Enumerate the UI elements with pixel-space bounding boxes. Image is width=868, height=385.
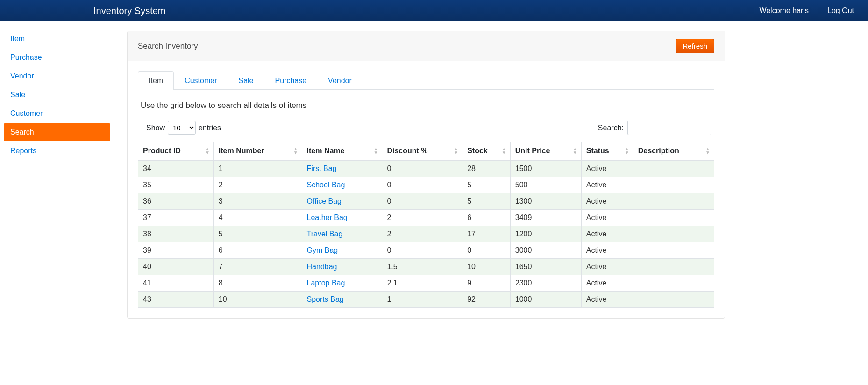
- grid-hint-text: Use the grid below to search all details…: [141, 101, 714, 110]
- logout-link[interactable]: Log Out: [827, 7, 854, 15]
- table-cell: 1200: [510, 226, 581, 242]
- table-search: Search:: [598, 121, 711, 135]
- table-cell: 2: [382, 210, 462, 226]
- table-cell: Office Bag: [302, 193, 382, 210]
- table-cell: 8: [213, 275, 302, 292]
- table-cell: 36: [138, 193, 214, 210]
- col-header[interactable]: Item Number▲▼: [213, 142, 302, 161]
- topbar-right: Welcome haris | Log Out: [759, 7, 854, 15]
- table-cell: 0: [382, 177, 462, 193]
- table-header-row: Product ID▲▼Item Number▲▼Item Name▲▼Disc…: [138, 142, 714, 161]
- table-cell: Handbag: [302, 259, 382, 275]
- table-cell: 1500: [510, 160, 581, 177]
- welcome-user-link[interactable]: Welcome haris: [759, 7, 809, 15]
- table-cell: 1650: [510, 259, 581, 275]
- sidebar-item-purchase[interactable]: Purchase: [4, 49, 110, 66]
- table-cell: 5: [462, 193, 511, 210]
- item-name-link[interactable]: Travel Bag: [307, 230, 343, 238]
- table-cell: 37: [138, 210, 214, 226]
- page-size-select[interactable]: 102550100: [168, 121, 196, 135]
- table-cell: 6: [462, 210, 511, 226]
- table-cell: 1: [382, 292, 462, 308]
- col-header[interactable]: Stock▲▼: [462, 142, 511, 161]
- table-cell: 6: [213, 242, 302, 259]
- table-cell: 7: [213, 259, 302, 275]
- table-cell: 10: [213, 292, 302, 308]
- app-title: Inventory System: [93, 6, 166, 16]
- table-cell: Active: [581, 259, 633, 275]
- item-name-link[interactable]: First Bag: [307, 164, 337, 172]
- table-cell: 2: [213, 177, 302, 193]
- search-input[interactable]: [627, 121, 711, 135]
- table-cell: [633, 242, 714, 259]
- table-cell: 34: [138, 160, 214, 177]
- sidebar-item-search[interactable]: Search: [4, 123, 110, 141]
- col-header[interactable]: Unit Price▲▼: [510, 142, 581, 161]
- table-cell: Active: [581, 275, 633, 292]
- entries-label: entries: [199, 124, 221, 132]
- tab-sale[interactable]: Sale: [228, 71, 264, 90]
- table-row: 4310Sports Bag1921000Active: [138, 292, 714, 308]
- table-cell: 10: [462, 259, 511, 275]
- sidebar-item-customer[interactable]: Customer: [4, 105, 110, 122]
- table-cell: Active: [581, 210, 633, 226]
- table-cell: Active: [581, 242, 633, 259]
- item-name-link[interactable]: School Bag: [307, 181, 345, 189]
- table-row: 352School Bag05500Active: [138, 177, 714, 193]
- col-header[interactable]: Item Name▲▼: [302, 142, 382, 161]
- sidebar-item-vendor[interactable]: Vendor: [4, 67, 110, 85]
- sort-icon: ▲▼: [502, 147, 506, 155]
- col-header[interactable]: Product ID▲▼: [138, 142, 214, 161]
- table-cell: 38: [138, 226, 214, 242]
- col-header[interactable]: Description▲▼: [633, 142, 714, 161]
- item-name-link[interactable]: Leather Bag: [307, 214, 348, 221]
- table-cell: 1: [213, 160, 302, 177]
- table-cell: [633, 292, 714, 308]
- table-cell: 40: [138, 259, 214, 275]
- tab-customer[interactable]: Customer: [174, 71, 228, 90]
- table-row: 341First Bag0281500Active: [138, 160, 714, 177]
- col-header[interactable]: Discount %▲▼: [382, 142, 462, 161]
- table-cell: Active: [581, 226, 633, 242]
- table-cell: Laptop Bag: [302, 275, 382, 292]
- table-row: 363Office Bag051300Active: [138, 193, 714, 210]
- sidebar-item-reports[interactable]: Reports: [4, 142, 110, 160]
- table-cell: 9: [462, 275, 511, 292]
- table-cell: 0: [382, 242, 462, 259]
- item-name-link[interactable]: Handbag: [307, 263, 337, 271]
- table-cell: [633, 177, 714, 193]
- table-row: 407Handbag1.5101650Active: [138, 259, 714, 275]
- sidebar-item-sale[interactable]: Sale: [4, 86, 110, 104]
- sort-icon: ▲▼: [454, 147, 458, 155]
- table-cell: 2.1: [382, 275, 462, 292]
- table-cell: 28: [462, 160, 511, 177]
- sort-icon: ▲▼: [625, 147, 629, 155]
- table-controls: Show 102550100 entries Search:: [146, 121, 711, 135]
- table-cell: [633, 259, 714, 275]
- item-name-link[interactable]: Office Bag: [307, 197, 342, 205]
- sort-icon: ▲▼: [573, 147, 577, 155]
- table-cell: 17: [462, 226, 511, 242]
- tab-purchase[interactable]: Purchase: [264, 71, 318, 90]
- table-cell: [633, 160, 714, 177]
- table-cell: 1.5: [382, 259, 462, 275]
- table-cell: Active: [581, 177, 633, 193]
- item-name-link[interactable]: Gym Bag: [307, 246, 338, 254]
- table-body: 341First Bag0281500Active352School Bag05…: [138, 160, 714, 308]
- refresh-button[interactable]: Refresh: [676, 39, 714, 53]
- table-cell: 2: [382, 226, 462, 242]
- table-cell: 39: [138, 242, 214, 259]
- table-cell: 0: [382, 193, 462, 210]
- item-name-link[interactable]: Laptop Bag: [307, 279, 345, 287]
- table-row: 374Leather Bag263409Active: [138, 210, 714, 226]
- tab-vendor[interactable]: Vendor: [317, 71, 363, 90]
- search-panel: Search Inventory Refresh ItemCustomerSal…: [127, 31, 725, 319]
- col-header[interactable]: Status▲▼: [581, 142, 633, 161]
- topbar-separator: |: [817, 7, 819, 15]
- table-cell: 3000: [510, 242, 581, 259]
- table-cell: 41: [138, 275, 214, 292]
- item-name-link[interactable]: Sports Bag: [307, 295, 344, 303]
- table-cell: 2300: [510, 275, 581, 292]
- tab-item[interactable]: Item: [138, 71, 174, 90]
- sidebar-item-item[interactable]: Item: [4, 30, 110, 48]
